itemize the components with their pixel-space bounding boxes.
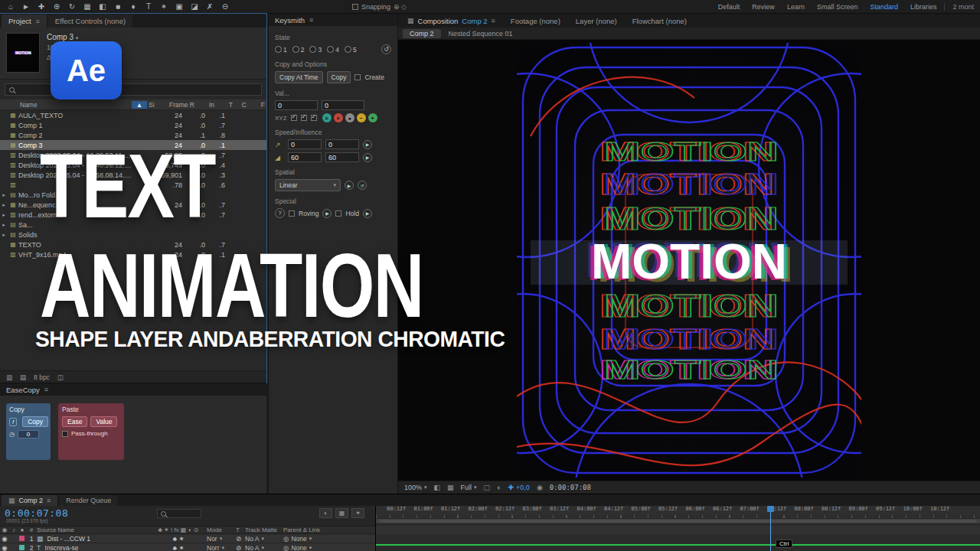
toolbar-tool-icon[interactable]: ✚ [37, 2, 46, 11]
workspace-item[interactable]: Review [752, 3, 775, 11]
layer-color-chip[interactable] [19, 536, 24, 541]
track-matte-dropdown[interactable]: No A▾ [245, 544, 283, 551]
pickwhip-icon[interactable]: ◎ [283, 535, 289, 543]
create-checkbox[interactable] [354, 74, 361, 80]
toolbar-tool-icon[interactable]: ⊕ [52, 2, 61, 11]
value-field-1[interactable]: 0 [275, 100, 318, 110]
copy-at-time-button[interactable]: Copy At Time [275, 71, 323, 83]
mask-visibility-icon[interactable]: ▢ [484, 484, 491, 491]
layer-name[interactable]: Inscreva-se [45, 544, 79, 551]
graph-editor-toggle[interactable]: ✶ [351, 508, 364, 518]
influence-field-2[interactable]: 60 [325, 152, 359, 162]
parent-link-dropdown[interactable]: ◎None▾ [283, 544, 375, 551]
bit-depth-badge[interactable]: 8 bpc [34, 373, 50, 381]
parent-link-dropdown[interactable]: ◎None▾ [283, 535, 375, 543]
blend-mode-dropdown[interactable]: Norr▾ [207, 544, 236, 551]
track-matte-dropdown[interactable]: No A▾ [245, 535, 283, 543]
project-row[interactable]: ▦ AULA_TEXTO 24 .0 .1 [0, 110, 266, 120]
toolbar-tool-icon[interactable]: ⌂ [6, 2, 15, 11]
panel-menu-icon[interactable]: ≡ [309, 16, 313, 24]
tab-effect-controls[interactable]: Effect Controls (none) [48, 15, 132, 28]
column-in[interactable]: In [196, 101, 216, 109]
panel-menu-icon[interactable]: ≡ [47, 497, 51, 504]
axis-y-checkbox[interactable] [301, 115, 307, 121]
apply-spatial-button[interactable]: ▶ [345, 181, 354, 190]
keysmith-copy-button[interactable]: Copy [327, 71, 351, 83]
workspace-item[interactable]: Standard [870, 3, 898, 11]
state-radio[interactable]: 4 [327, 46, 339, 54]
column-source-name[interactable]: Source Name [37, 527, 150, 533]
toolbar-tool-icon[interactable]: ◧ [98, 2, 107, 11]
panel-menu-icon[interactable]: ≡ [492, 17, 495, 24]
toolbar-tool-icon[interactable]: ► [21, 2, 31, 11]
preserve-transparency-toggle[interactable]: ⊘ [236, 535, 245, 543]
transparency-grid-icon[interactable]: ▦ [447, 484, 454, 491]
state-radio[interactable]: 5 [345, 46, 357, 54]
current-timecode[interactable]: 0:00:07:08 [5, 507, 68, 519]
column-track-matte[interactable]: Track Matte [245, 527, 283, 533]
project-search[interactable] [5, 83, 262, 96]
roving-checkbox[interactable] [289, 210, 295, 217]
layer-row[interactable]: ◉ 2 T Inscreva-se ♣ ✶ Norr▾ ⊘ No A▾ ◎Non… [0, 543, 375, 551]
state-radio[interactable]: 3 [309, 46, 322, 54]
twirl-icon[interactable]: ▸ [0, 192, 8, 198]
workspace-item[interactable]: Libraries [910, 3, 937, 11]
reset-state-button[interactable]: ↺ [381, 44, 391, 54]
toolbar-tool-icon[interactable]: ▣ [175, 2, 184, 11]
apply-hold-button[interactable]: ▶ [363, 209, 372, 218]
preserve-transparency-toggle[interactable]: ⊘ [236, 544, 245, 551]
workspace-item[interactable]: Default [718, 3, 740, 11]
frame-blend-toggle[interactable]: ◐ [319, 508, 332, 518]
tab-project[interactable]: Project ≡ [2, 15, 47, 28]
resolution-dropdown[interactable]: Full ▾ [461, 484, 477, 491]
state-radio[interactable]: 1 [275, 46, 287, 54]
new-folder-icon[interactable]: ▤ [20, 373, 26, 381]
time-ruler[interactable]: 00:12f01:00f01:12f02:00f02:12f03:00f03:1… [376, 506, 980, 515]
speed-field-1[interactable]: 0 [288, 139, 322, 149]
apply-influence-button[interactable]: ▶ [363, 153, 372, 162]
twirl-icon[interactable]: ▸ [0, 222, 8, 228]
help-button[interactable]: ? [275, 208, 285, 218]
tab-composition[interactable]: ▦ Composition Comp 2 ≡ [407, 17, 495, 25]
playhead-line[interactable] [770, 506, 771, 551]
layer-visibility-toggle[interactable]: ◉ [0, 544, 9, 551]
eye-icon[interactable]: ◉ [0, 527, 9, 533]
tab-flowchart[interactable]: Flowchart (none) [632, 17, 687, 25]
toolbar-tool-icon[interactable]: ↻ [67, 2, 77, 11]
twirl-icon[interactable]: ▸ [0, 202, 8, 208]
tab-footage[interactable]: Footage (none) [511, 17, 560, 25]
layer-visibility-toggle[interactable]: ◉ [0, 535, 9, 543]
column-size[interactable]: Si [147, 101, 161, 109]
breadcrumb[interactable]: Nested Sequence 01 [449, 30, 513, 37]
twirl-icon[interactable]: ▸ [0, 232, 8, 238]
solo-icon[interactable]: ● [18, 527, 26, 533]
blend-mode-dropdown[interactable]: Nor▾ [207, 535, 236, 543]
column-type-sorted[interactable]: ▲ [132, 101, 147, 109]
tab-render-queue[interactable]: Render Queue [59, 495, 118, 506]
snapping-control[interactable]: Snapping ⊕ ◇ [352, 3, 407, 11]
spatial-dropdown[interactable]: Linear ▾ [275, 179, 341, 191]
panel-menu-icon[interactable]: ≡ [44, 386, 48, 393]
hold-checkbox[interactable] [335, 210, 341, 217]
column-frame-rate[interactable]: Frame R [161, 101, 196, 109]
toolbar-tool-icon[interactable]: ✶ [159, 2, 168, 11]
interpret-footage-icon[interactable]: ▥ [6, 373, 12, 381]
column-name[interactable]: Name [0, 101, 132, 109]
zoom-dropdown[interactable]: 100% ▾ [404, 484, 427, 491]
tab-layer[interactable]: Layer (none) [576, 17, 617, 25]
work-area-bar[interactable] [376, 518, 980, 524]
toolbar-tool-icon[interactable]: ▦ [83, 2, 92, 11]
motion-blur-toggle[interactable]: ▦ [335, 508, 348, 518]
panel-menu-icon[interactable]: ≡ [36, 18, 40, 25]
comp-chip[interactable]: Comp 2 [403, 29, 441, 38]
layer-color-chip[interactable] [19, 545, 24, 550]
chevron-down-icon[interactable]: ▾ [76, 35, 79, 41]
apply-speed-button[interactable]: ▶ [363, 140, 372, 149]
axis-x-checkbox[interactable] [291, 115, 297, 121]
timeline-track-area[interactable]: 00:12f01:00f01:12f02:00f02:12f03:00f03:1… [375, 506, 980, 551]
value-op-button[interactable]: = [322, 113, 332, 122]
layer-switches[interactable]: ♣ ✶ [150, 535, 207, 543]
viewer-timecode[interactable]: 0:00:07:08 [550, 484, 591, 491]
layer-switches[interactable]: ♣ ✶ [150, 544, 207, 551]
column-mode[interactable]: Mode [207, 527, 236, 533]
